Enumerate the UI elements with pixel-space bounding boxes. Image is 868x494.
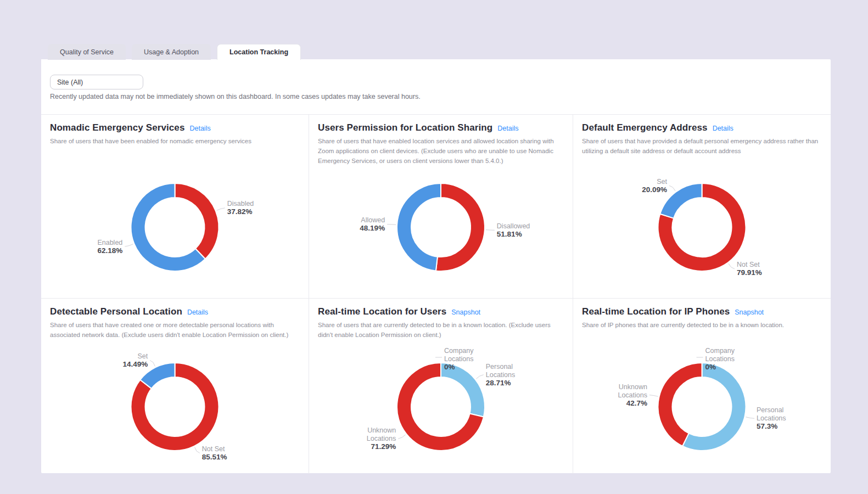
slice-label-name: Disabled xyxy=(227,200,254,207)
donut-slice-allowed[interactable] xyxy=(397,183,441,271)
slice-label-value: 28.71% xyxy=(486,379,511,387)
label-leader-line xyxy=(746,417,754,419)
slice-label-value: 48.19% xyxy=(360,224,385,232)
label-leader-line xyxy=(150,361,155,367)
donut-chart[interactable]: Disallowed51.81%Allowed48.19% xyxy=(309,164,573,290)
label-leader-line xyxy=(217,208,225,210)
panel-header: Users Permission for Location SharingDet… xyxy=(318,122,564,133)
details-link[interactable]: Details xyxy=(497,125,518,132)
details-link[interactable]: Details xyxy=(187,308,208,316)
label-leader-line xyxy=(398,435,405,439)
slice-label-name: Locations xyxy=(618,391,647,399)
details-link[interactable]: Details xyxy=(189,125,210,132)
panel-header: Nomadic Emergency ServicesDetails xyxy=(50,122,300,133)
slice-label-value: 14.49% xyxy=(122,360,148,368)
label-leader-line xyxy=(669,186,675,191)
slice-label-value: 51.81% xyxy=(497,230,522,238)
slice-label-name: Allowed xyxy=(361,216,385,224)
slice-label-value: 71.29% xyxy=(371,442,396,451)
donut-chart[interactable]: CompanyLocations0%PersonalLocations57.3%… xyxy=(573,335,831,469)
panel-real-time-location-for-users: Real-time Location for UsersSnapshotShar… xyxy=(309,298,573,474)
slice-label-name: Unknown xyxy=(367,426,396,434)
panel-header: Real-time Location for IP PhonesSnapshot xyxy=(582,306,822,317)
donut-chart[interactable]: CompanyLocations0%PersonalLocations28.71… xyxy=(309,335,573,469)
tab-location-tracking[interactable]: Location Tracking xyxy=(217,44,301,60)
details-link[interactable]: Details xyxy=(713,125,733,132)
donut-chart[interactable]: Disabled37.82%Enabled62.18% xyxy=(41,164,309,290)
label-leader-line xyxy=(476,375,483,379)
slice-label-name: Personal xyxy=(486,363,513,370)
slice-label-name: Company xyxy=(444,347,474,355)
slice-label-name: Locations xyxy=(757,414,786,422)
panel-subtitle: Share of IP phones that are currently de… xyxy=(582,321,822,330)
donut-slice-disallowed[interactable] xyxy=(436,183,485,271)
panel-detectable-personal-location: Detectable Personal LocationDetailsShare… xyxy=(41,298,309,474)
slice-label-name: Set xyxy=(657,178,667,186)
panel-users-permission-for-location-sharing: Users Permission for Location SharingDet… xyxy=(309,115,573,298)
panel-default-emergency-address: Default Emergency AddressDetailsShare of… xyxy=(573,115,831,298)
snapshot-link[interactable]: Snapshot xyxy=(735,308,764,316)
slice-label-value: 37.82% xyxy=(227,207,253,216)
update-notice: Recently updated data may not be immedia… xyxy=(50,93,421,100)
slice-label-name: Not Set xyxy=(737,261,760,268)
donut-chart[interactable]: Not Set85.51%Set14.49% xyxy=(41,335,309,469)
tab-quality-of-service[interactable]: Quality of Service xyxy=(48,44,126,60)
panel-header: Default Emergency AddressDetails xyxy=(582,122,822,133)
label-leader-line xyxy=(729,263,735,269)
label-leader-line xyxy=(125,244,133,246)
slice-label-name: Locations xyxy=(367,435,396,442)
label-leader-line xyxy=(387,224,396,225)
slice-label-name: Personal xyxy=(757,406,783,414)
panel-title: Real-time Location for IP Phones xyxy=(582,306,730,317)
donut-slice-unknown-locations[interactable] xyxy=(658,363,702,446)
panel-title: Users Permission for Location Sharing xyxy=(318,122,492,133)
donut-chart[interactable]: Not Set79.91%Set20.09% xyxy=(573,164,831,290)
dashboard-page: Quality of ServiceUsage & AdoptionLocati… xyxy=(0,0,868,494)
panel-title: Default Emergency Address xyxy=(582,122,708,133)
panel-header: Detectable Personal LocationDetails xyxy=(50,306,300,317)
slice-label-value: 62.18% xyxy=(98,246,123,255)
slice-label-value: 57.3% xyxy=(757,422,777,430)
dashboard-tabs: Quality of ServiceUsage & AdoptionLocati… xyxy=(48,44,301,60)
site-filter-value: Site (All) xyxy=(57,78,83,86)
panel-subtitle: Share of users that have been enabled fo… xyxy=(50,137,300,147)
slice-label-value: 79.91% xyxy=(737,268,762,277)
panel-subtitle: Share of users that have provided a defa… xyxy=(582,137,822,156)
slice-label-name: Set xyxy=(137,352,148,360)
panel-nomadic-emergency-services: Nomadic Emergency ServicesDetailsShare o… xyxy=(41,115,309,298)
label-leader-line xyxy=(486,230,495,231)
panel-real-time-location-for-ip-phones: Real-time Location for IP PhonesSnapshot… xyxy=(573,298,831,474)
snapshot-link[interactable]: Snapshot xyxy=(451,308,480,316)
slice-label-name: Locations xyxy=(486,371,516,379)
slice-label-value: 85.51% xyxy=(202,453,227,461)
panel-subtitle: Share of users that have enabled locatio… xyxy=(318,137,564,166)
slice-label-name: Unknown xyxy=(619,383,647,391)
slice-label-name: Not Set xyxy=(202,445,225,453)
slice-label-value: 0% xyxy=(444,363,455,371)
slice-label-name: Disallowed xyxy=(497,222,530,230)
slice-label-name: Locations xyxy=(444,355,474,363)
slice-label-name: Locations xyxy=(705,355,735,363)
slice-label-value: 0% xyxy=(705,363,716,371)
site-filter-select[interactable]: Site (All) xyxy=(50,75,143,89)
slice-label-value: 20.09% xyxy=(642,186,667,194)
slice-label-value: 42.7% xyxy=(626,399,647,407)
panels-grid: Nomadic Emergency ServicesDetailsShare o… xyxy=(41,114,831,474)
label-leader-line xyxy=(649,395,658,397)
panel-header: Real-time Location for UsersSnapshot xyxy=(318,306,564,317)
slice-label-name: Company xyxy=(705,347,735,355)
panel-title: Real-time Location for Users xyxy=(318,306,446,317)
dashboard-card: Site (All) Recently updated data may not… xyxy=(41,59,831,473)
donut-slice-disabled[interactable] xyxy=(175,183,219,259)
slice-label-name: Enabled xyxy=(97,239,122,246)
panel-title: Detectable Personal Location xyxy=(50,306,182,317)
label-leader-line xyxy=(195,447,200,453)
tab-usage-adoption[interactable]: Usage & Adoption xyxy=(132,44,211,60)
panel-title: Nomadic Emergency Services xyxy=(50,122,184,133)
